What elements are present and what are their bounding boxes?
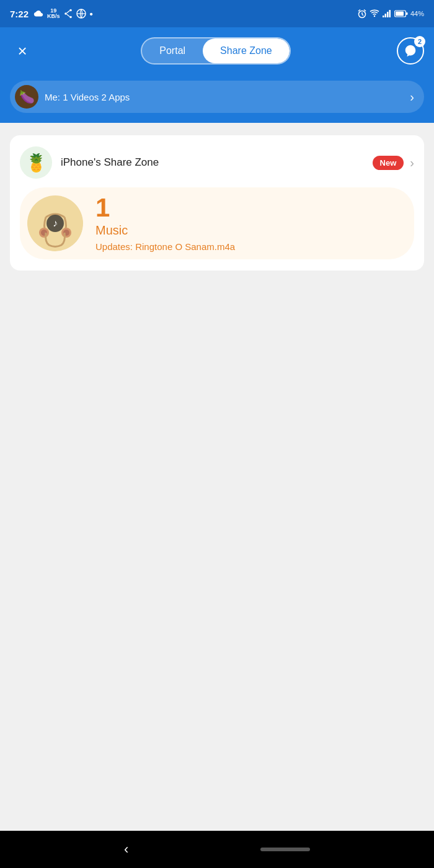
notification-badge: 2 — [414, 36, 425, 47]
music-thumbnail: ♪ — [27, 195, 83, 251]
close-button[interactable]: × — [10, 38, 35, 63]
me-avatar: 🍆 — [15, 85, 38, 109]
svg-rect-15 — [406, 12, 408, 15]
music-item[interactable]: ♪ 1 Music Updates: Ringtone O Sanam.m4a — [20, 187, 414, 259]
me-bar-left: 🍆 Me: 1 Videos 2 Apps — [15, 85, 130, 109]
globe-icon — [76, 9, 86, 19]
earphone-image: ♪ — [27, 195, 83, 251]
svg-line-9 — [362, 14, 363, 16]
back-button[interactable]: ‹ — [124, 841, 128, 857]
bottom-nav: ‹ — [0, 831, 434, 868]
alarm-icon — [357, 9, 367, 19]
notification-button[interactable]: 2 — [397, 37, 424, 65]
device-avatar: 🍍 — [20, 146, 52, 179]
me-chevron-icon: › — [410, 90, 414, 104]
svg-line-4 — [66, 14, 69, 17]
me-label: Me: 1 Videos 2 Apps — [45, 92, 130, 102]
home-indicator[interactable] — [260, 848, 310, 851]
share-icon — [64, 9, 73, 19]
device-header-right: New › — [373, 156, 414, 170]
tab-switcher: Portal Share Zone — [141, 37, 290, 65]
svg-line-3 — [66, 11, 69, 13]
kb-indicator: 19 KB/s — [47, 8, 60, 19]
music-info: 1 Music Updates: Ringtone O Sanam.m4a — [95, 195, 402, 252]
battery-icon — [394, 10, 408, 17]
cloud-icon — [32, 10, 43, 17]
share-zone-icon — [404, 44, 417, 58]
me-bar-button[interactable]: 🍆 Me: 1 Videos 2 Apps › — [10, 81, 424, 113]
tab-portal[interactable]: Portal — [142, 38, 203, 63]
device-chevron-icon[interactable]: › — [410, 156, 414, 170]
main-content: 🍍 iPhone's Share Zone New › — [0, 123, 434, 834]
status-left: 7:22 19 KB/s • — [10, 8, 93, 19]
status-icons: 44% — [357, 9, 424, 19]
svg-rect-10 — [383, 16, 384, 17]
svg-rect-12 — [387, 12, 389, 17]
new-badge: New — [373, 156, 404, 170]
svg-point-0 — [69, 9, 72, 12]
header: × Portal Share Zone 2 — [0, 27, 434, 74]
svg-rect-16 — [396, 12, 404, 16]
dot: • — [90, 9, 93, 19]
svg-point-2 — [69, 16, 72, 19]
device-header-left: 🍍 iPhone's Share Zone — [20, 146, 159, 179]
svg-text:♪: ♪ — [53, 218, 58, 228]
battery-label: 44% — [410, 10, 424, 17]
wifi-icon — [370, 9, 379, 18]
music-update: Updates: Ringtone O Sanam.m4a — [95, 241, 402, 252]
device-name: iPhone's Share Zone — [61, 156, 159, 169]
me-bar: 🍆 Me: 1 Videos 2 Apps › — [0, 74, 434, 123]
time-label: 7:22 — [10, 9, 29, 19]
music-type: Music — [95, 223, 402, 238]
status-bar: 7:22 19 KB/s • — [0, 0, 434, 27]
svg-point-1 — [64, 12, 67, 15]
music-count: 1 — [95, 195, 402, 221]
signal-icon — [382, 9, 392, 18]
svg-rect-11 — [384, 14, 386, 17]
device-card: 🍍 iPhone's Share Zone New › — [10, 135, 424, 271]
svg-rect-13 — [389, 10, 391, 17]
tab-sharezone[interactable]: Share Zone — [203, 38, 290, 63]
device-header: 🍍 iPhone's Share Zone New › — [20, 146, 414, 179]
